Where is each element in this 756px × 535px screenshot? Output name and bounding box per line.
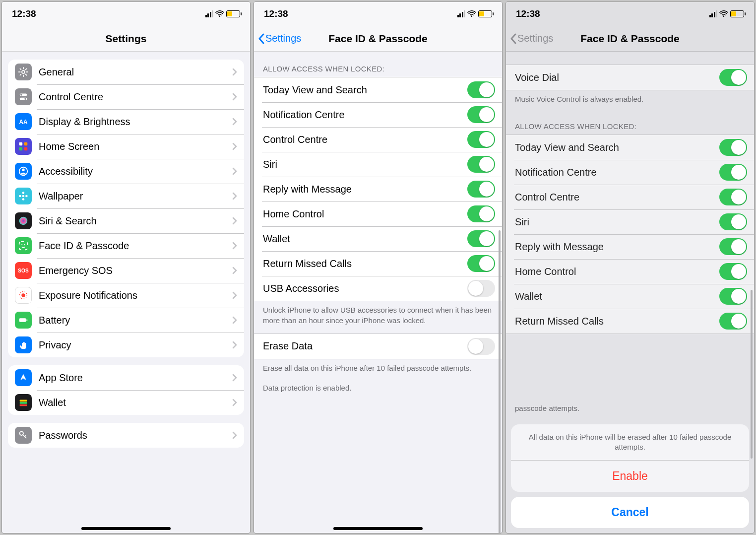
- toggle-label: Siri: [263, 159, 460, 170]
- toggle-switch[interactable]: [467, 205, 495, 222]
- row-label: Passwords: [39, 430, 225, 441]
- erase-data-label: Erase Data: [263, 340, 460, 352]
- toggle-row-home-control[interactable]: Home Control: [254, 201, 502, 226]
- toggle-row-home-control[interactable]: Home Control: [506, 259, 754, 284]
- faceid-icon: [15, 237, 32, 254]
- toggle-row-reply-with-message[interactable]: Reply with Message: [506, 234, 754, 259]
- nav-bar: Settings Face ID & Passcode: [506, 26, 754, 52]
- toggle-row-siri[interactable]: Siri: [254, 152, 502, 177]
- toggle-row-control-centre[interactable]: Control Centre: [506, 185, 754, 209]
- settings-row-face-id-passcode[interactable]: Face ID & Passcode: [8, 233, 244, 258]
- toggle-row-usb-accessories[interactable]: USB Accessories: [254, 276, 502, 301]
- toggle-switch[interactable]: [719, 263, 747, 280]
- erase-data-group: Erase Data: [254, 334, 502, 359]
- settings-row-exposure-notifications[interactable]: Exposure Notifications: [8, 283, 244, 308]
- data-protection-footer: Data protection is enabled.: [254, 381, 502, 401]
- toggle-row-reply-with-message[interactable]: Reply with Message: [254, 177, 502, 201]
- settings-row-display-brightness[interactable]: AADisplay & Brightness: [8, 109, 244, 134]
- chevron-right-icon: [232, 341, 237, 349]
- battery-icon: [478, 10, 492, 17]
- back-label: Settings: [265, 33, 301, 44]
- toggle-switch[interactable]: [719, 164, 747, 181]
- settings-row-home-screen[interactable]: Home Screen: [8, 134, 244, 159]
- row-label: Accessibility: [39, 166, 225, 177]
- toggle-row-return-missed-calls[interactable]: Return Missed Calls: [506, 309, 754, 334]
- section-header-allow-access: ALLOW ACCESS WHEN LOCKED:: [506, 112, 754, 134]
- settings-row-privacy[interactable]: Privacy: [8, 333, 244, 357]
- row-label: Control Centre: [39, 91, 225, 103]
- settings-row-battery[interactable]: Battery: [8, 308, 244, 333]
- status-bar: 12:38: [2, 2, 250, 26]
- back-button[interactable]: Settings: [258, 33, 301, 44]
- toggle-switch[interactable]: [467, 81, 495, 98]
- toggle-switch[interactable]: [467, 230, 495, 247]
- toggle-switch[interactable]: [719, 139, 747, 156]
- home-indicator[interactable]: [333, 527, 423, 530]
- toggle-switch[interactable]: [467, 255, 495, 272]
- wifi-icon: [467, 10, 476, 17]
- toggle-row-today-view-and-search[interactable]: Today View and Search: [254, 77, 502, 102]
- toggle-switch[interactable]: [719, 288, 747, 305]
- nav-bar: Settings Face ID & Passcode: [254, 26, 502, 52]
- toggle-switch[interactable]: [719, 238, 747, 255]
- toggle-row-siri[interactable]: Siri: [506, 209, 754, 234]
- settings-row-general[interactable]: General: [8, 60, 244, 84]
- toggle-row-today-view-and-search[interactable]: Today View and Search: [506, 135, 754, 160]
- settings-row-emergency-sos[interactable]: SOSEmergency SOS: [8, 258, 244, 283]
- chevron-right-icon: [232, 399, 237, 406]
- toggle-switch[interactable]: [467, 280, 495, 297]
- row-label: Privacy: [39, 339, 225, 351]
- screen-settings: 12:38 Settings GeneralControl CentreAADi…: [1, 1, 251, 534]
- battery-icon: [730, 10, 744, 17]
- svg-point-17: [25, 195, 28, 198]
- svg-point-23: [21, 293, 25, 297]
- row-label: Display & Brightness: [39, 116, 225, 128]
- toggle-row-control-centre[interactable]: Control Centre: [254, 127, 502, 152]
- toggle-label: Return Missed Calls: [515, 316, 712, 327]
- allow-access-group: Today View and SearchNotification Centre…: [254, 77, 502, 301]
- chevron-right-icon: [232, 118, 237, 126]
- svg-rect-27: [20, 400, 27, 402]
- settings-row-wallpaper[interactable]: Wallpaper: [8, 184, 244, 208]
- settings-row-passwords[interactable]: Passwords: [8, 423, 244, 448]
- row-label: Battery: [39, 315, 225, 326]
- toggle-label: Wallet: [263, 233, 460, 245]
- svg-rect-7: [19, 142, 22, 145]
- action-sheet: All data on this iPhone will be erased a…: [511, 424, 749, 529]
- settings-row-siri-search[interactable]: Siri & Search: [8, 208, 244, 233]
- chevron-right-icon: [232, 167, 237, 175]
- toggle-switch[interactable]: [467, 131, 495, 148]
- toggle-switch[interactable]: [719, 213, 747, 230]
- svg-point-21: [24, 244, 25, 245]
- scroll-area[interactable]: Music Voice Control is always enabled. A…: [254, 52, 502, 533]
- toggle-switch[interactable]: [719, 313, 747, 330]
- toggle-row-wallet[interactable]: Wallet: [506, 284, 754, 309]
- toggle-switch[interactable]: [467, 181, 495, 198]
- settings-row-app-store[interactable]: App Store: [8, 365, 244, 390]
- cancel-button[interactable]: Cancel: [511, 497, 749, 528]
- settings-row-accessibility[interactable]: Accessibility: [8, 159, 244, 184]
- scrollbar-thumb[interactable]: [499, 230, 501, 533]
- chevron-right-icon: [232, 68, 237, 76]
- erase-data-row[interactable]: Erase Data: [254, 334, 502, 359]
- erase-data-toggle[interactable]: [467, 338, 495, 355]
- toggle-row-notification-centre[interactable]: Notification Centre: [254, 102, 502, 127]
- row-label: Home Screen: [39, 141, 225, 152]
- toggle-switch[interactable]: [467, 106, 495, 123]
- toggle-row-wallet[interactable]: Wallet: [254, 226, 502, 251]
- enable-button[interactable]: Enable: [511, 460, 749, 492]
- wifi-icon: [215, 10, 224, 17]
- settings-row-control-centre[interactable]: Control Centre: [8, 84, 244, 109]
- svg-text:SOS: SOS: [18, 268, 29, 273]
- scroll-area: Voice Dial Music Voice Control is always…: [506, 52, 754, 533]
- toggle-row-return-missed-calls[interactable]: Return Missed Calls: [254, 251, 502, 276]
- settings-row-wallet[interactable]: Wallet: [8, 390, 244, 415]
- home-indicator[interactable]: [81, 527, 171, 530]
- toggle-switch[interactable]: [719, 189, 747, 205]
- toggle-switch[interactable]: [467, 156, 495, 173]
- chevron-right-icon: [232, 374, 237, 382]
- back-button: Settings: [510, 33, 553, 44]
- toggle-row-notification-centre[interactable]: Notification Centre: [506, 160, 754, 185]
- page-title: Face ID & Passcode: [328, 33, 428, 45]
- scroll-area[interactable]: GeneralControl CentreAADisplay & Brightn…: [2, 52, 250, 533]
